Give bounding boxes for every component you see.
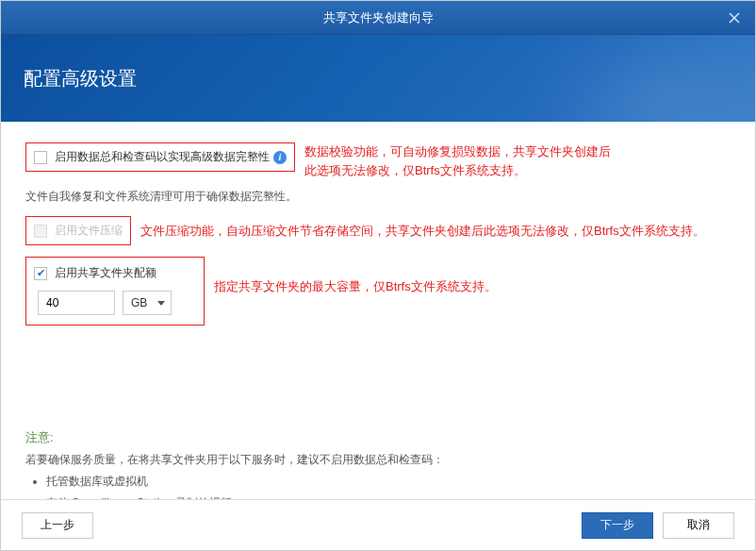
annotation-box-quota: 启用共享文件夹配额 GB — [25, 257, 205, 326]
close-icon — [729, 12, 740, 24]
compress-annotation: 文件压缩功能，自动压缩文件节省存储空间，共享文件夹创建后此选项无法修改，仅Btr… — [140, 222, 705, 241]
info-icon[interactable]: i — [273, 151, 287, 164]
quota-value-input[interactable] — [38, 291, 115, 315]
notes-section: 注意: 若要确保服务质量，在将共享文件夹用于以下服务时，建议不启用数据总和检查码… — [25, 429, 731, 499]
checksum-label: 启用数据总和检查码以实现高级数据完整性 — [55, 149, 270, 165]
banner: 配置高级设置 — [1, 35, 755, 122]
compress-label: 启用文件压缩 — [55, 223, 123, 239]
quota-unit-select[interactable]: GB — [123, 291, 172, 315]
close-button[interactable] — [725, 8, 744, 27]
checksum-annotation-line2: 此选项无法修改，仅Btrfs文件系统支持。 — [304, 161, 611, 180]
quota-annotation: 指定共享文件夹的最大容量，仅Btrfs文件系统支持。 — [214, 277, 497, 296]
notes-intro: 若要确保服务质量，在将共享文件夹用于以下服务时，建议不启用数据总和检查码： — [25, 452, 731, 468]
checksum-option[interactable]: 启用数据总和检查码以实现高级数据完整性 i — [34, 149, 287, 165]
annotation-box-checksum: 启用数据总和检查码以实现高级数据完整性 i — [25, 142, 295, 172]
wizard-dialog: 共享文件夹创建向导 配置高级设置 启用数据总和检查码以实现高级数据完整性 i 数… — [0, 0, 756, 551]
list-item: 托管数据库或虚拟机 — [46, 474, 731, 490]
content-area: 启用数据总和检查码以实现高级数据完整性 i 数据校验功能，可自动修复损毁数据，共… — [1, 122, 755, 499]
quota-inputs: GB — [38, 291, 196, 315]
checksum-row: 启用数据总和检查码以实现高级数据完整性 i 数据校验功能，可自动修复损毁数据，共… — [25, 142, 731, 179]
checksum-checkbox[interactable] — [34, 151, 47, 164]
checksum-annotation: 数据校验功能，可自动修复损毁数据，共享文件夹创建后 此选项无法修改，仅Btrfs… — [304, 142, 611, 179]
compress-option: 启用文件压缩 — [34, 223, 123, 239]
quota-option[interactable]: 启用共享文件夹配额 — [34, 265, 196, 281]
annotation-box-compress: 启用文件压缩 — [25, 216, 131, 245]
compress-row: 启用文件压缩 文件压缩功能，自动压缩文件节省存储空间，共享文件夹创建后此选项无法… — [25, 216, 731, 245]
quota-label: 启用共享文件夹配额 — [55, 265, 156, 281]
dialog-title: 共享文件夹创建向导 — [323, 9, 434, 26]
quota-row: 启用共享文件夹配额 GB 指定共享文件夹的最大容量，仅Btrfs文件系统支持。 — [25, 257, 731, 326]
footer: 上一步 下一步 取消 — [1, 499, 755, 550]
compress-checkbox — [34, 225, 47, 238]
next-button[interactable]: 下一步 — [582, 512, 653, 539]
checksum-annotation-line1: 数据校验功能，可自动修复损毁数据，共享文件夹创建后 — [304, 142, 611, 161]
title-bar: 共享文件夹创建向导 — [1, 1, 755, 35]
checksum-description: 文件自我修复和文件系统清理可用于确保数据完整性。 — [25, 189, 731, 205]
chevron-down-icon — [157, 301, 165, 306]
quota-checkbox[interactable] — [34, 267, 47, 280]
notes-heading: 注意: — [25, 429, 731, 446]
cancel-button[interactable]: 取消 — [663, 512, 734, 539]
page-title: 配置高级设置 — [24, 66, 137, 92]
back-button[interactable]: 上一步 — [22, 512, 93, 539]
notes-list: 托管数据库或虚拟机 存储 Surveillance Station 录制的视频 — [46, 474, 731, 499]
quota-unit-value: GB — [131, 296, 147, 309]
